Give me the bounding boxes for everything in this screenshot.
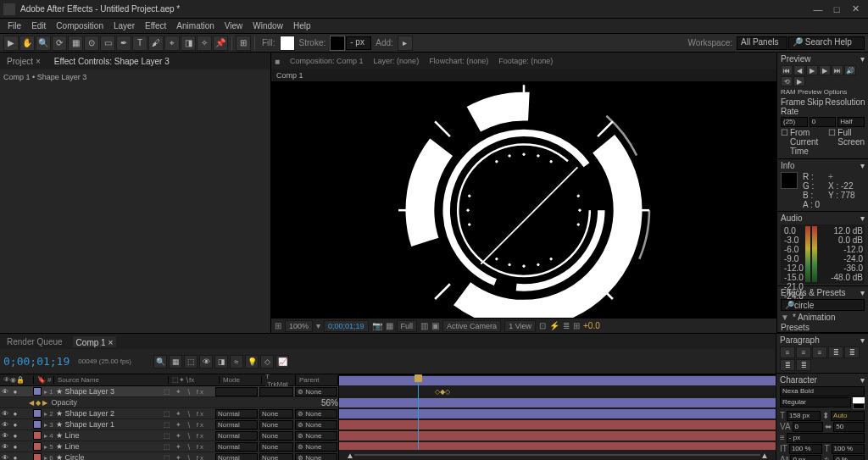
comp-timeline-tab[interactable]: Comp 1 × (73, 336, 117, 347)
from-current-checkbox[interactable]: From Current Time (790, 128, 826, 156)
tracking-input[interactable]: 50 (833, 422, 865, 432)
hand-tool-icon[interactable]: ✋ (19, 36, 35, 51)
layer-row[interactable]: 👁● ▸ 4 ★ Line ⬚ ✦ ∖ fx Normal None ⊚ Non… (0, 430, 338, 441)
track-row[interactable] (339, 408, 776, 419)
first-frame-button[interactable]: ⏮ (781, 65, 793, 75)
vscale-input[interactable]: 100 % (789, 444, 823, 454)
align-center-icon[interactable]: ≡ (796, 346, 811, 358)
zoom-tool-icon[interactable]: 🔍 (36, 36, 51, 51)
exposure-value[interactable]: +0.0 (583, 321, 600, 330)
pen-tool-icon[interactable]: ✒ (116, 36, 131, 51)
track-row[interactable] (339, 397, 776, 408)
minimize-button[interactable]: — (809, 3, 827, 16)
fullscreen-checkbox[interactable]: Full Screen (837, 128, 865, 156)
track-row[interactable]: ◇◆◇ (339, 386, 776, 397)
selection-tool-icon[interactable]: ▶ (3, 36, 19, 51)
comp-tab[interactable]: Composition: Comp 1 (290, 57, 364, 65)
baseline-input[interactable]: 0 px (790, 455, 821, 460)
channel-icon[interactable]: ▦ (386, 321, 393, 330)
preset-tree-item[interactable]: ▼* Animation Presets (781, 313, 865, 333)
auto-keyframe-icon[interactable]: ◇ (260, 355, 274, 369)
eraser-tool-icon[interactable]: ◨ (181, 36, 196, 51)
parent-header[interactable]: Parent (296, 376, 338, 384)
magnify-icon[interactable]: ⊞ (275, 321, 281, 330)
flowchart-tab[interactable]: Flowchart: (none) (429, 57, 488, 65)
effect-controls-tab[interactable]: Effect Controls: Shape Layer 3 (51, 57, 173, 66)
views-dropdown[interactable]: 1 View (504, 320, 536, 332)
justify-center-icon[interactable]: ≣ (844, 346, 860, 358)
layer-property-row[interactable]: ◀ ◆ ▶Opacity56% (0, 397, 338, 408)
graph-editor-icon[interactable]: 📈 (275, 355, 289, 369)
panel-menu-icon[interactable]: ▾ (860, 375, 865, 385)
next-frame-button[interactable]: ▶ (819, 65, 831, 75)
stroke-swatch[interactable] (330, 36, 345, 51)
timeline-icon[interactable]: ≣ (563, 321, 570, 330)
leading-input[interactable]: Auto (831, 411, 865, 421)
layer-row[interactable]: 👁● ▸ 2 ★ Shape Layer 2 ⬚ ✦ ∖ fx Normal N… (0, 408, 338, 419)
menu-window[interactable]: Window (248, 21, 287, 30)
font-family-dropdown[interactable]: Nexa Bold (780, 386, 865, 396)
project-tab[interactable]: Project × (3, 57, 44, 66)
type-tool-icon[interactable]: T (132, 36, 147, 51)
timecode-display[interactable]: 0;00;01;19 (324, 320, 369, 332)
comp-mini-icon[interactable]: ▦ (169, 355, 182, 369)
draft3d-icon[interactable]: ⬚ (184, 355, 198, 369)
footage-tab[interactable]: Footage: (none) (498, 57, 553, 65)
puppet-tool-icon[interactable]: 📌 (213, 36, 228, 51)
menu-file[interactable]: File (3, 21, 25, 30)
fill-swatch[interactable] (280, 36, 295, 51)
layer-row[interactable]: 👁● ▸ 3 ★ Shape Layer 1 ⬚ ✦ ∖ fx Normal N… (0, 419, 338, 430)
add-shape-button[interactable]: ▸ (398, 36, 413, 51)
snapshot-icon[interactable]: 📷 (372, 321, 382, 330)
brush-tool-icon[interactable]: 🖌 (148, 36, 164, 51)
mode-header[interactable]: Mode (220, 376, 262, 384)
motion-blur-icon[interactable]: ≈ (230, 355, 243, 369)
panel-menu-icon[interactable]: ▾ (860, 335, 865, 345)
playhead[interactable] (418, 374, 419, 460)
current-time[interactable]: 0;00;01;19 (3, 355, 70, 368)
rotate-tool-icon[interactable]: ⟳ (52, 36, 67, 51)
clone-tool-icon[interactable]: ⌖ (164, 36, 180, 51)
align-left-icon[interactable]: ≡ (780, 346, 795, 358)
justify-right-icon[interactable]: ≣ (780, 359, 795, 371)
timeline-zoom-slider[interactable]: ▲▲ (339, 450, 776, 460)
fast-preview-icon[interactable]: ⚡ (549, 321, 559, 330)
framerate-dropdown[interactable]: (25) (781, 117, 808, 127)
roto-tool-icon[interactable]: ✧ (197, 36, 212, 51)
justify-all-icon[interactable]: ≣ (796, 359, 811, 371)
comp-flowchart-icon[interactable]: ⊞ (573, 321, 580, 330)
menu-view[interactable]: View (220, 21, 248, 30)
stroke-width-input[interactable]: - px (346, 36, 371, 50)
char-stroke-input[interactable]: - px (787, 433, 865, 443)
timeline-tracks[interactable]: :00s01s02s03s04s05s06s07s08s09s ◇◆◇ ▲▲ (339, 374, 776, 460)
layer-tab[interactable]: Layer: (none) (374, 57, 420, 65)
resolution-dropdown[interactable]: Full (397, 320, 418, 332)
prev-frame-button[interactable]: ◀ (793, 65, 805, 75)
layer-row[interactable]: 👁● ▸ 6 ★ Circle ⬚ ✦ ∖ fx Normal None ⊚ N… (0, 452, 338, 460)
stroke-color-swatch[interactable] (853, 403, 865, 409)
loop-button[interactable]: ⟲ (781, 76, 793, 86)
play-button[interactable]: ▶ (806, 65, 818, 75)
tsume-input[interactable]: 0 % (833, 455, 865, 460)
kerning-input[interactable]: 0 (793, 422, 824, 432)
menu-layer[interactable]: Layer (109, 21, 139, 30)
fill-color-swatch[interactable] (853, 397, 865, 403)
shape-tool-icon[interactable]: ▭ (100, 36, 115, 51)
justify-left-icon[interactable]: ≣ (828, 346, 843, 358)
pan-behind-tool-icon[interactable]: ⊙ (84, 36, 99, 51)
search-layers-icon[interactable]: 🔍 (153, 355, 167, 369)
pixel-aspect-icon[interactable]: ⊡ (539, 321, 546, 330)
workspace-dropdown[interactable]: All Panels (737, 36, 787, 50)
close-button[interactable]: ✕ (846, 3, 865, 16)
camera-tool-icon[interactable]: ▦ (68, 36, 83, 51)
font-style-dropdown[interactable]: Regular (780, 397, 851, 407)
align-right-icon[interactable]: ≡ (812, 346, 827, 358)
source-name-header[interactable]: Source Name (54, 376, 169, 384)
zoom-dropdown[interactable]: 100% (285, 320, 313, 332)
hide-shy-icon[interactable]: 👁 (199, 355, 213, 369)
font-size-input[interactable]: 158 px (787, 411, 821, 421)
effects-search-input[interactable]: 🔎 circle (781, 299, 865, 311)
menu-edit[interactable]: Edit (27, 21, 50, 30)
skip-dropdown[interactable]: 0 (810, 117, 837, 127)
maximize-button[interactable]: □ (827, 3, 846, 16)
